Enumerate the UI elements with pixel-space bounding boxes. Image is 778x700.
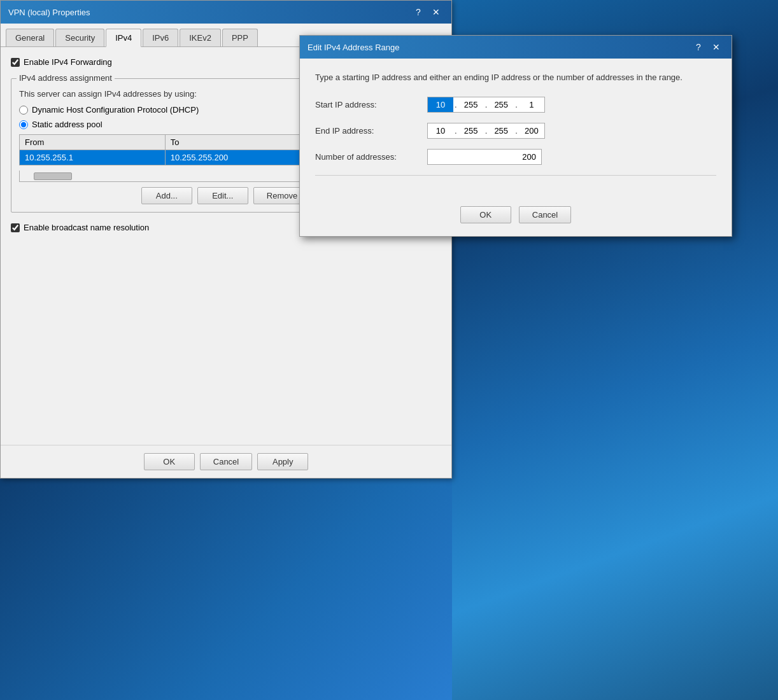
- end-ip-row: End IP address: . . .: [315, 123, 716, 139]
- start-ip-seg2[interactable]: [458, 97, 484, 112]
- col-from: From: [20, 135, 166, 150]
- enable-broadcast-label: Enable broadcast name resolution: [24, 223, 149, 232]
- end-ip-dot3: .: [514, 126, 519, 136]
- end-ip-seg2[interactable]: [458, 123, 484, 138]
- radio-dhcp-label: Dynamic Host Configuration Protocol (DHC…: [32, 105, 199, 115]
- end-ip-dot1: .: [453, 126, 458, 136]
- help-button[interactable]: ?: [411, 4, 426, 20]
- dialog-titlebar: Edit IPv4 Address Range ? ✕: [300, 36, 732, 59]
- groupbox-title: IPv4 address assignment: [17, 73, 115, 83]
- dialog-footer: OK Cancel: [300, 199, 732, 236]
- end-ip-seg3[interactable]: [488, 123, 514, 138]
- scrollbar-thumb[interactable]: [34, 172, 72, 180]
- start-ip-row: Start IP address: . . .: [315, 97, 716, 113]
- num-addresses-row: Number of addresses:: [315, 149, 716, 165]
- dialog-title: Edit IPv4 Address Range: [308, 43, 400, 52]
- radio-static[interactable]: [19, 120, 28, 129]
- dialog-close-button[interactable]: ✕: [709, 39, 724, 55]
- enable-ipv4-label: Enable IPv4 Forwarding: [24, 57, 112, 67]
- dialog-cancel-button[interactable]: Cancel: [519, 206, 571, 223]
- add-button[interactable]: Add...: [141, 187, 192, 204]
- start-ip-dot1: .: [453, 100, 458, 109]
- end-ip-dot2: .: [484, 126, 489, 136]
- dialog-help-button[interactable]: ?: [691, 39, 706, 55]
- tab-general[interactable]: General: [6, 29, 54, 46]
- enable-broadcast-checkbox[interactable]: [11, 223, 20, 232]
- end-ip-seg1[interactable]: [428, 123, 453, 138]
- radio-dhcp[interactable]: [19, 106, 28, 115]
- vpn-window-title: VPN (local) Properties: [8, 8, 90, 17]
- end-ip-label: End IP address:: [315, 126, 417, 136]
- end-ip-seg4[interactable]: [519, 123, 544, 138]
- dialog-separator: [315, 175, 716, 176]
- start-ip-dot3: .: [514, 100, 519, 109]
- start-ip-field[interactable]: . . .: [427, 97, 545, 113]
- start-ip-seg4[interactable]: [519, 97, 544, 112]
- dialog-description: Type a starting IP address and either an…: [315, 71, 716, 84]
- num-addresses-input[interactable]: [427, 149, 542, 165]
- radio-static-label: Static address pool: [32, 120, 103, 129]
- content-spacer: [1, 254, 451, 445]
- tab-ipv6[interactable]: IPv6: [143, 29, 178, 46]
- enable-ipv4-checkbox[interactable]: [11, 58, 20, 67]
- tab-ppp[interactable]: PPP: [222, 29, 258, 46]
- num-addresses-label: Number of addresses:: [315, 152, 417, 162]
- tab-ipv4[interactable]: IPv4: [106, 29, 141, 47]
- vpn-titlebar: VPN (local) Properties ? ✕: [1, 1, 451, 24]
- end-ip-field[interactable]: . . .: [427, 123, 545, 139]
- apply-button[interactable]: Apply: [257, 453, 308, 470]
- edit-button[interactable]: Edit...: [197, 187, 248, 204]
- vpn-footer: OK Cancel Apply: [1, 445, 451, 478]
- start-ip-seg1[interactable]: [428, 97, 453, 112]
- start-ip-seg3[interactable]: [488, 97, 514, 112]
- titlebar-controls: ? ✕: [411, 4, 444, 20]
- dialog-titlebar-controls: ? ✕: [691, 39, 724, 55]
- start-ip-label: Start IP address:: [315, 100, 417, 109]
- cancel-button[interactable]: Cancel: [200, 453, 252, 470]
- start-ip-dot2: .: [484, 100, 489, 109]
- tab-security[interactable]: Security: [55, 29, 104, 46]
- ok-button[interactable]: OK: [144, 453, 195, 470]
- edit-ipv4-dialog: Edit IPv4 Address Range ? ✕ Type a start…: [299, 35, 732, 237]
- tab-ikev2[interactable]: IKEv2: [180, 29, 221, 46]
- dialog-ok-button[interactable]: OK: [460, 206, 511, 223]
- row-from: 10.255.255.1: [20, 150, 166, 165]
- dialog-content: Type a starting IP address and either an…: [300, 59, 732, 199]
- close-button[interactable]: ✕: [428, 4, 444, 20]
